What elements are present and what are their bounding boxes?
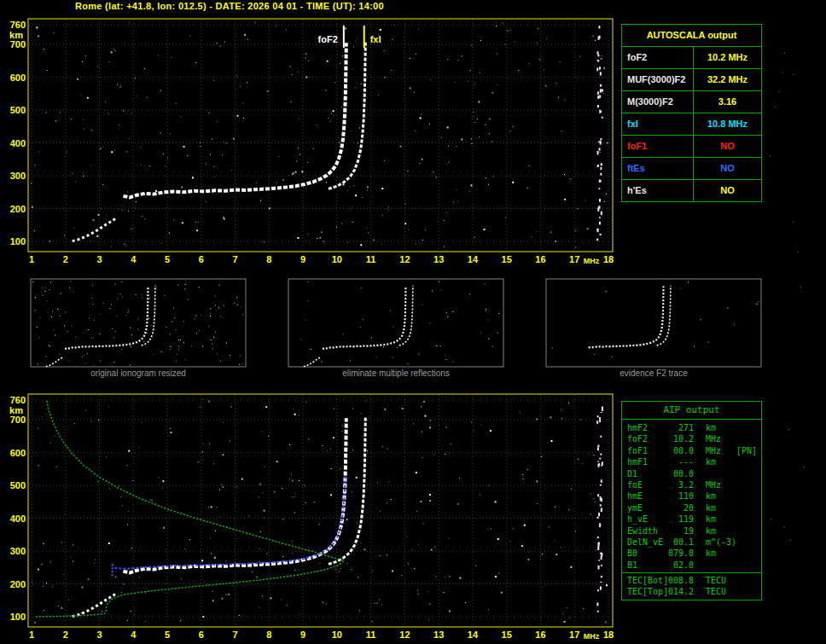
interference-mark: [597, 447, 599, 450]
x-axis-tick-label: 18: [603, 629, 614, 640]
noise-speckle: [378, 95, 379, 96]
noise-speckle: [293, 409, 294, 409]
noise-speckle: [115, 50, 116, 51]
noise-speckle: [330, 494, 332, 496]
noise-speckle: [486, 309, 486, 310]
noise-speckle: [64, 326, 65, 327]
noise-speckle: [111, 151, 113, 153]
noise-speckle: [201, 315, 201, 316]
noise-speckle: [459, 478, 460, 479]
aip-row-deln-ve: DelN_vE00.1m^(-3): [622, 537, 761, 548]
noise-speckle: [252, 571, 253, 572]
noise-speckle: [219, 490, 220, 490]
noise-speckle: [196, 333, 197, 334]
noise-speckle: [92, 219, 94, 221]
noise-speckle: [342, 334, 343, 334]
noise-speckle: [226, 343, 227, 344]
noise-speckle: [287, 605, 288, 606]
thumbnail-0: [31, 279, 246, 367]
x-axis-tick-label: 9: [300, 254, 305, 264]
interference-mark: [597, 461, 599, 462]
noise-speckle: [429, 124, 430, 125]
noise-speckle: [436, 345, 437, 346]
noise-speckle: [527, 559, 529, 560]
noise-speckle: [50, 281, 51, 282]
noise-speckle: [224, 218, 225, 220]
noise-speckle: [196, 229, 198, 231]
noise-speckle: [64, 235, 65, 236]
noise-speckle: [775, 107, 776, 107]
noise-speckle: [366, 228, 367, 229]
aip-row-hmf1: hmF1---km: [622, 456, 761, 467]
noise-speckle: [183, 146, 185, 148]
noise-speckle: [485, 125, 486, 125]
noise-speckle: [352, 450, 353, 450]
noise-speckle: [457, 201, 458, 202]
noise-speckle: [169, 233, 170, 234]
noise-speckle: [474, 122, 475, 123]
noise-speckle: [199, 330, 200, 331]
noise-speckle: [292, 496, 293, 497]
noise-speckle: [347, 344, 348, 345]
noise-speckle: [369, 417, 369, 418]
noise-speckle: [680, 287, 681, 288]
noise-speckle: [804, 467, 805, 467]
interference-mark: [598, 542, 600, 547]
noise-speckle: [200, 146, 201, 147]
noise-speckle: [32, 206, 33, 208]
parameter-value: 3.16: [694, 91, 761, 113]
aip-unit: km: [694, 525, 716, 537]
aip-name: foF1: [622, 445, 668, 456]
noise-speckle: [250, 567, 251, 568]
noise-speckle: [430, 79, 431, 80]
noise-speckle: [210, 316, 211, 316]
noise-speckle: [319, 524, 320, 525]
noise-speckle: [599, 152, 600, 153]
noise-speckle: [87, 97, 89, 99]
noise-speckle: [523, 479, 524, 479]
noise-speckle: [218, 307, 219, 308]
noise-speckle: [226, 142, 227, 143]
noise-speckle: [69, 361, 70, 362]
noise-speckle: [121, 349, 122, 350]
noise-speckle: [468, 81, 468, 82]
noise-speckle: [502, 23, 503, 24]
noise-speckle: [265, 406, 267, 408]
noise-speckle: [117, 299, 118, 299]
noise-speckle: [212, 344, 212, 345]
noise-speckle: [299, 480, 300, 481]
noise-speckle: [392, 357, 393, 358]
noise-speckle: [149, 299, 150, 299]
noise-speckle: [495, 501, 497, 502]
autoscala-app-window: Rome (lat: +41.8, lon: 012.5) - DATE: 20…: [0, 0, 826, 644]
noise-speckle: [531, 237, 532, 238]
noise-speckle: [384, 50, 385, 51]
noise-speckle: [244, 34, 246, 36]
noise-speckle: [478, 101, 480, 102]
interference-mark: [599, 67, 601, 69]
noise-speckle: [429, 494, 431, 496]
interference-mark: [597, 91, 599, 94]
noise-speckle: [276, 461, 278, 462]
noise-speckle: [339, 142, 340, 142]
autoscala-output-table: AUTOSCALA output foF210.2 MHzMUF(3000)F2…: [621, 24, 762, 202]
noise-speckle: [37, 327, 38, 328]
noise-speckle: [414, 568, 415, 569]
noise-speckle: [441, 290, 442, 291]
noise-speckle: [413, 423, 414, 424]
noise-speckle: [131, 113, 132, 113]
aip-name: h_vE: [622, 513, 668, 525]
noise-speckle: [379, 600, 380, 600]
noise-speckle: [488, 339, 489, 339]
noise-speckle: [240, 86, 241, 87]
noise-speckle: [292, 74, 293, 75]
interference-mark: [598, 61, 600, 61]
noise-speckle: [87, 353, 88, 354]
noise-speckle: [445, 577, 445, 577]
noise-speckle: [484, 229, 486, 230]
noise-speckle: [211, 339, 212, 340]
noise-speckle: [421, 501, 422, 502]
noise-speckle: [38, 363, 38, 364]
noise-speckle: [582, 463, 583, 464]
interference-mark: [597, 445, 599, 448]
